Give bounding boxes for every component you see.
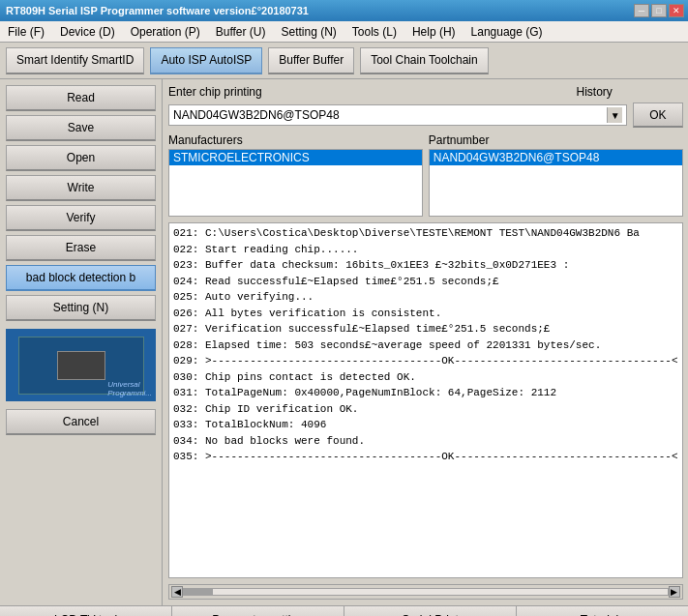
cancel-button[interactable]: Cancel [6,409,156,435]
log-line: 034: No bad blocks were found. [173,433,678,450]
log-line: 027: Verification successful£~Elapsed ti… [173,321,678,337]
minimize-button[interactable]: ─ [634,4,649,17]
auto-isp-button[interactable]: Auto ISP AutoISP [150,47,262,74]
history-label: History [577,85,625,99]
read-button[interactable]: Read [6,85,156,111]
chip-row: NAND04GW3B2DN6@TSOP48 ▼ OK [168,103,683,128]
menu-language[interactable]: Language (G) [464,23,551,41]
title-bar-controls: ─ □ ✕ [634,4,684,17]
title-bar-text: RT809H Serial ISP Programmer software ve… [6,5,309,16]
lcd-tv-tool-button[interactable]: LCD TV tool [0,606,172,616]
log-line: 030: Chip pins contact is detected OK. [173,369,678,386]
tutorials-button[interactable]: Tutorials [517,606,688,616]
erase-button[interactable]: Erase [6,235,156,261]
device-image: UniversalProgrammi... [6,329,156,401]
partnumber-col: Partnumber NAND04GW3B2DN6@TSOP48 [429,133,683,217]
menu-device[interactable]: Device (D) [52,23,123,41]
scrollbar-track[interactable] [183,588,669,596]
title-bar: RT809H Serial ISP Programmer software ve… [0,0,688,21]
log-line: 022: Start reading chip...... [173,242,678,258]
menu-operation[interactable]: Operation (P) [123,23,208,41]
save-button[interactable]: Save [6,115,156,141]
open-button[interactable]: Open [6,145,156,171]
log-line: 035: >----------------------------------… [173,449,678,465]
tool-chain-button[interactable]: Tool Chain Toolchain [360,47,489,74]
partnumber-label: Partnumber [429,133,683,147]
smart-identify-button[interactable]: Smart Identify SmartID [6,47,144,74]
scrollbar-thumb[interactable] [184,589,213,595]
chip-component [57,351,105,380]
right-panel: Enter chip printing History NAND04GW3B2D… [163,79,688,605]
log-line: 033: TotalBlockNum: 4096 [173,417,678,433]
log-line: 024: Read successful£~Elapsed time£°251.… [173,274,678,290]
menu-help[interactable]: Help (H) [404,23,464,41]
log-line: 031: TotalPageNum: 0x40000,PageNumInBloc… [173,385,678,401]
log-line: 026: All bytes verification is consisten… [173,306,678,322]
write-button[interactable]: Write [6,175,156,201]
serial-print-button[interactable]: Serial Print [344,606,517,616]
log-line: 029: >----------------------------------… [173,353,678,369]
menu-bar: File (F) Device (D) Operation (P) Buffer… [0,21,688,43]
chip-combo[interactable]: NAND04GW3B2DN6@TSOP48 ▼ [168,104,627,126]
manufacturers-list[interactable]: STMICROELECTRONICS [168,149,423,217]
scroll-right-btn[interactable]: ▶ [669,586,680,598]
menu-file[interactable]: File (F) [0,23,52,41]
mfr-section: Manufacturers STMICROELECTRONICS Partnum… [168,133,683,217]
left-panel: Read Save Open Write Verify Erase bad bl… [0,79,163,605]
verify-button[interactable]: Verify [6,205,156,231]
main-content: Read Save Open Write Verify Erase bad bl… [0,79,688,605]
scroll-left-btn[interactable]: ◀ [171,586,183,598]
chip-value: NAND04GW3B2DN6@TSOP48 [173,108,340,122]
menu-buffer[interactable]: Buffer (U) [208,23,274,41]
top-toolbar: Smart Identify SmartID Auto ISP AutoISP … [0,43,688,79]
log-line: 021: C:\Users\Costica\Desktop\Diverse\TE… [173,225,678,242]
bad-block-detection-button[interactable]: bad block detection b [6,265,156,291]
manufacturers-col: Manufacturers STMICROELECTRONICS [168,133,423,217]
ok-button[interactable]: OK [633,103,682,128]
log-line: 028: Elapsed time: 503 seconds£~average … [173,337,678,354]
bottom-toolbar: LCD TV tool Parameter setting Serial Pri… [0,605,688,616]
setting-button[interactable]: Setting (N) [6,295,156,321]
menu-tools[interactable]: Tools (L) [344,23,404,41]
manufacturer-item[interactable]: STMICROELECTRONICS [169,150,422,165]
horizontal-scrollbar[interactable]: ◀ ▶ [168,584,683,600]
device-label: UniversalProgrammi... [107,380,152,397]
parameter-setting-button[interactable]: Parameter setting [172,606,344,616]
enter-chip-label: Enter chip printing [168,85,563,99]
buffer-button[interactable]: Buffer Buffer [268,47,354,74]
combo-arrow-icon[interactable]: ▼ [607,107,622,123]
log-line: 025: Auto verifying... [173,289,678,306]
log-line: 032: Chip ID verification OK. [173,401,678,418]
menu-setting[interactable]: Setting (N) [274,23,344,41]
partnumber-item[interactable]: NAND04GW3B2DN6@TSOP48 [430,150,682,165]
maximize-button[interactable]: □ [651,4,667,17]
log-area[interactable]: 021: C:\Users\Costica\Desktop\Diverse\TE… [168,222,683,578]
partnumber-list[interactable]: NAND04GW3B2DN6@TSOP48 [429,149,683,217]
manufacturers-label: Manufacturers [168,133,423,147]
log-line: 023: Buffer data checksum: 16bits_0x1EE3… [173,257,678,274]
close-button[interactable]: ✕ [669,4,684,17]
